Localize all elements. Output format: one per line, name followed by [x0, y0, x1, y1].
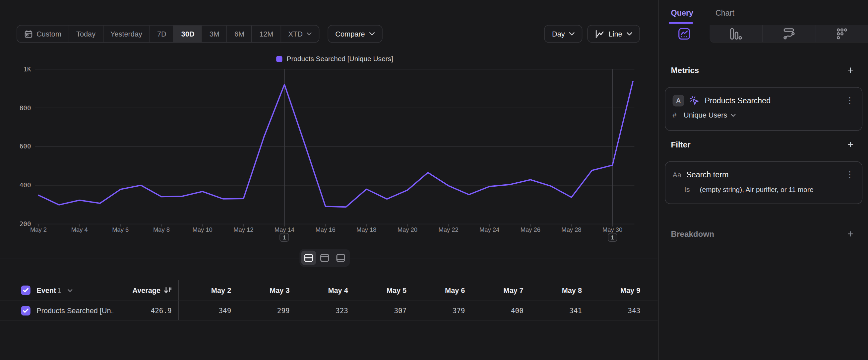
chart-only-view-button[interactable]	[317, 251, 332, 265]
date-column-header[interactable]: May 6	[412, 280, 471, 301]
report-type-funnel-tab[interactable]	[710, 25, 762, 42]
date-header-cells: May 2May 3May 4May 5May 6May 7May 8May 9	[179, 280, 646, 301]
date-column-header[interactable]: May 9	[588, 280, 646, 301]
funnel-icon	[730, 28, 742, 40]
metric-card-row: A Products Searched ⋮	[665, 88, 862, 107]
chevron-down-icon	[569, 32, 575, 35]
tab-chart[interactable]: Chart	[715, 0, 734, 25]
date-value-cell: 400	[471, 301, 529, 320]
date-range-xtd[interactable]: XTD	[280, 26, 319, 42]
split-view-button[interactable]	[301, 251, 316, 265]
x-axis-label: May 26	[511, 226, 550, 233]
chevron-down-icon	[369, 32, 375, 35]
chevron-down-icon	[307, 32, 312, 35]
report-type-raised-tabs	[710, 25, 868, 43]
x-axis-label: May 2	[19, 226, 58, 233]
report-toolbar: CustomTodayYesterday7D30D3M6M12MXTD Comp…	[17, 25, 640, 43]
date-value-cell: 343	[588, 301, 646, 320]
date-range-yesterday[interactable]: Yesterday	[103, 26, 150, 42]
report-type-retention-tab[interactable]	[815, 25, 868, 42]
date-value-cell: 323	[296, 301, 354, 320]
report-type-insights-tab[interactable]	[659, 25, 710, 43]
date-column-header[interactable]: May 5	[354, 280, 412, 301]
table-only-view-button[interactable]	[333, 251, 348, 265]
filter-condition-row[interactable]: Is (empty string), Air purifier, or 11 m…	[677, 181, 862, 200]
date-range-30d[interactable]: 30D	[174, 26, 202, 42]
series-name: Products Searched [Un...	[36, 306, 114, 314]
date-column-header[interactable]: May 2	[179, 280, 237, 301]
x-axis-label: May 22	[429, 226, 468, 233]
y-axis-label: 600	[6, 143, 31, 150]
series-checkbox[interactable]	[21, 306, 30, 315]
metrics-section-header: Metrics +	[659, 65, 868, 75]
report-type-flows-tab[interactable]	[762, 25, 815, 42]
add-filter-button[interactable]: +	[847, 139, 854, 150]
x-axis-label: May 4	[60, 226, 99, 233]
tab-query[interactable]: Query	[671, 0, 693, 25]
date-value-cell: 299	[238, 301, 296, 320]
annotation-badge[interactable]: 1	[280, 233, 289, 242]
filter-property-name[interactable]: Search term	[686, 170, 840, 179]
y-axis-label: 800	[6, 104, 31, 112]
metric-card[interactable]: A Products Searched ⋮ # Unique Users	[664, 87, 862, 131]
date-range-today[interactable]: Today	[69, 26, 103, 42]
date-column-header[interactable]: May 8	[529, 280, 588, 301]
chevron-down-icon	[627, 32, 632, 35]
data-series-line[interactable]	[38, 81, 633, 207]
date-range-label: Yesterday	[111, 30, 142, 38]
select-all-checkbox[interactable]	[21, 286, 30, 295]
date-range-3m[interactable]: 3M	[202, 26, 226, 42]
date-range-label: 30D	[181, 30, 195, 38]
metric-name[interactable]: Products Searched	[705, 96, 840, 105]
date-column-header[interactable]: May 4	[296, 280, 354, 301]
filter-value: (empty string), Air purifier, or 11 more	[700, 185, 814, 193]
x-axis-label: May 28	[552, 226, 591, 233]
table-row: Products Searched [Un... 426.9 349299323…	[0, 301, 657, 321]
report-main: CustomTodayYesterday7D30D3M6M12MXTD Comp…	[0, 0, 657, 360]
add-breakdown-button[interactable]: +	[847, 228, 854, 239]
date-range-label: 3M	[210, 30, 219, 38]
average-value: 426.9	[151, 306, 172, 314]
filter-card[interactable]: Aa Search term ⋮ Is (empty string), Air …	[664, 161, 862, 204]
filter-section-header: Filter +	[659, 139, 868, 150]
date-range-label: Custom	[36, 30, 61, 38]
date-column-header[interactable]: May 7	[471, 280, 529, 301]
chart-style-label: Line	[609, 30, 622, 38]
date-range-12m[interactable]: 12M	[252, 26, 280, 42]
report-type-tabs	[659, 25, 868, 43]
date-column-header[interactable]: May 3	[238, 280, 296, 301]
granularity-label: Day	[552, 30, 565, 38]
retention-icon	[836, 28, 848, 40]
date-value-cell: 341	[529, 301, 588, 320]
filter-operator: Is	[684, 185, 690, 194]
y-axis-label: 400	[6, 181, 31, 189]
average-header-cell[interactable]: Average	[114, 280, 179, 301]
panel-tabs: Query Chart	[659, 0, 868, 25]
add-metric-button[interactable]: +	[847, 65, 854, 75]
metric-letter-badge: A	[673, 95, 684, 106]
chevron-down-icon	[731, 113, 735, 116]
x-axis-label: May 6	[101, 226, 140, 233]
compare-button[interactable]: Compare	[328, 25, 382, 43]
chart-style-button[interactable]: Line	[588, 25, 640, 43]
metric-aggregation-row[interactable]: # Unique Users	[665, 107, 862, 126]
average-header-label: Average	[132, 286, 160, 295]
check-icon	[23, 288, 29, 293]
date-range-custom[interactable]: Custom	[17, 26, 69, 42]
metric-kebab-menu[interactable]: ⋮	[845, 95, 854, 105]
average-value-cell: 426.9	[114, 301, 179, 320]
filter-kebab-menu[interactable]: ⋮	[845, 170, 854, 180]
chevron-down-icon	[67, 288, 72, 292]
annotation-badge[interactable]: 1	[608, 233, 617, 242]
aggregation-label: Unique Users	[684, 111, 727, 119]
granularity-button[interactable]: Day	[545, 25, 583, 43]
date-range-6m[interactable]: 6M	[227, 26, 252, 42]
event-cursor-icon	[689, 95, 700, 106]
date-range-label: 12M	[259, 30, 273, 38]
breakdown-title: Breakdown	[671, 229, 714, 238]
date-value-cells: 349299323307379400341343	[179, 301, 646, 320]
event-header-cell[interactable]: Event1	[0, 280, 114, 301]
date-range-7d[interactable]: 7D	[150, 26, 174, 42]
calendar-icon	[24, 30, 32, 38]
event-header-label: Event1	[36, 286, 61, 295]
